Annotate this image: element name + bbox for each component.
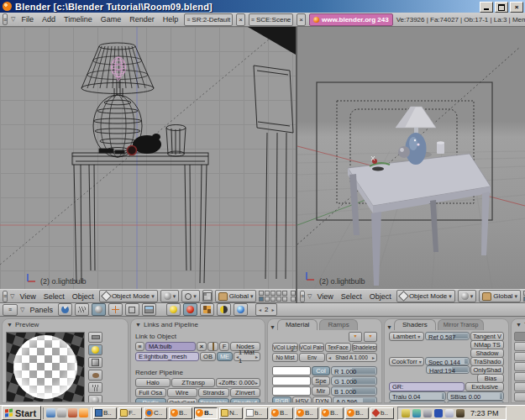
proportional-edit-button[interactable] (202, 290, 213, 302)
browse-icon[interactable]: ≡ (251, 17, 255, 23)
browse-icon[interactable]: ≡ (186, 17, 190, 23)
shad-a-slider[interactable]: ◂Shad A 1.000▸ (326, 353, 377, 362)
nmap-ts-toggle[interactable]: NMap TS (470, 340, 504, 349)
alpha-slider[interactable]: A 0.596 (333, 396, 377, 403)
panel-collapse-icon[interactable]: ▼ (7, 322, 13, 328)
tray-icon[interactable] (434, 409, 443, 417)
close-button[interactable]: × (510, 2, 523, 13)
preview-hair-button[interactable] (88, 382, 102, 393)
preview-cube-button[interactable] (88, 357, 102, 368)
editor-type-icon[interactable]: ≡ (3, 304, 18, 316)
tab-material[interactable]: Material (277, 319, 318, 330)
texture-slot[interactable] (514, 382, 525, 391)
onlyshad-toggle[interactable]: OnlyShad (470, 365, 504, 375)
scene-delete-button[interactable]: × (297, 13, 306, 26)
preview-monkey-button[interactable] (88, 370, 102, 381)
amb-slider[interactable]: Amb 0.500 (389, 401, 446, 403)
copy-material-button[interactable]: ▾ (349, 332, 362, 342)
screen-selector[interactable]: ≡ SR:2-Default (184, 13, 233, 26)
hsv-button[interactable]: HSV (292, 396, 312, 403)
mir-button[interactable]: Mir (312, 386, 330, 396)
material-browse-button[interactable]: ≡ (135, 342, 144, 351)
material-index-field[interactable]: ◂ 2 ▸ (255, 303, 277, 316)
task-button[interactable]: C.. (144, 407, 167, 419)
logic-context-button[interactable] (58, 303, 72, 316)
b-slider[interactable]: B 1.000 (331, 386, 377, 396)
spe-button[interactable]: Spe (312, 376, 330, 386)
start-button[interactable]: Start (2, 406, 41, 420)
menu-timeline[interactable]: Timeline (61, 15, 95, 24)
material-slot-field[interactable]: ◂1 Mat 1▸ (234, 352, 260, 361)
texture-slot[interactable] (514, 372, 525, 381)
panel-collapse-icon[interactable]: ▼ (270, 324, 276, 330)
layer-1[interactable] (259, 291, 264, 296)
tralu-slider[interactable]: Tralu 0.04 (389, 391, 446, 401)
3d-viewport-right[interactable]: (2) o.lightbulb (297, 27, 525, 289)
texture-slot[interactable] (514, 392, 525, 402)
shading-context-button[interactable] (92, 303, 106, 316)
me-button[interactable]: ME (217, 352, 233, 361)
onlycast-toggle[interactable]: OnlyCast (167, 398, 198, 403)
script-context-button[interactable] (75, 303, 89, 316)
no-mist-toggle[interactable]: No Mist (272, 353, 298, 362)
tab-ramps[interactable]: Ramps (319, 319, 357, 330)
texture-slot[interactable] (514, 332, 525, 341)
texture-slot[interactable] (514, 402, 525, 403)
tray-icon[interactable] (423, 409, 432, 417)
task-button[interactable]: b.. (244, 407, 268, 419)
transform-orientation-dropdown[interactable]: Global ▾ (479, 290, 521, 302)
lamp-subcontext-button[interactable] (166, 303, 181, 316)
minimize-button[interactable] (480, 2, 493, 13)
title-bar[interactable]: Blender [c:\Blender Tutorial\Room09.blen… (0, 0, 525, 13)
menu-select[interactable]: Select (41, 292, 67, 301)
ref-slider[interactable]: Ref 0.587 (425, 332, 470, 340)
task-button[interactable]: B.. (295, 407, 318, 419)
task-button[interactable]: B.. (270, 407, 293, 419)
draw-type-dropdown[interactable]: ▾ (160, 290, 180, 302)
preview-flat-button[interactable] (88, 332, 102, 343)
trashado-toggle[interactable]: TraShado (470, 357, 504, 366)
dyn-button[interactable]: DYN (312, 396, 332, 403)
shadeless-toggle[interactable]: Shadeless (352, 343, 378, 352)
menu-add[interactable]: Add (39, 15, 58, 24)
task-button-active[interactable]: B.. (194, 407, 218, 419)
sbias-slider[interactable]: SBias 0.00 (447, 391, 504, 401)
scene-context-button[interactable] (142, 303, 156, 316)
texture-slot[interactable] (514, 362, 525, 371)
vcol-light-toggle[interactable]: VCol Light (272, 343, 298, 352)
scene-selector[interactable]: ≡ SCE:Scene (249, 13, 293, 26)
camera-tray-icon[interactable] (456, 409, 465, 417)
preview-sky-button[interactable] (88, 395, 102, 403)
specular-color-swatch[interactable] (272, 376, 311, 386)
draw-type-dropdown[interactable]: ▾ (458, 290, 477, 302)
menu-view[interactable]: View (314, 292, 335, 301)
tray-icon[interactable] (445, 409, 454, 417)
mirror-color-swatch[interactable] (272, 386, 311, 396)
task-button[interactable]: B.. (169, 407, 192, 419)
texface-toggle[interactable]: TexFace (325, 343, 351, 352)
task-button[interactable]: B.. (93, 407, 117, 419)
mesh-name-field[interactable]: E:lightbulb_mesh (135, 352, 199, 361)
blender-org-link[interactable]: www.blender.org 243 (309, 13, 393, 26)
viewport-divider[interactable] (296, 27, 297, 303)
wire-toggle[interactable]: Wire (167, 388, 198, 397)
g-slider[interactable]: G 1.000 (331, 376, 377, 386)
header-collapse-icon[interactable]: ▽ (10, 293, 14, 300)
diffuse-color-swatch[interactable] (272, 366, 311, 375)
exclusive-toggle[interactable]: Exclusive (465, 382, 504, 391)
diffuse-shader-dropdown[interactable]: Lambert ▾ (389, 332, 424, 341)
volume-icon[interactable] (402, 409, 410, 417)
specular-shader-dropdown[interactable]: CookTorr ▾ (389, 357, 424, 366)
col-button[interactable]: Col (312, 366, 330, 375)
mode-dropdown[interactable]: Object Mode ▾ (396, 290, 455, 302)
quick-launch-icon[interactable] (46, 408, 55, 417)
radiosity-subcontext-button[interactable] (217, 303, 231, 316)
screen-delete-button[interactable]: × (236, 13, 245, 26)
world-subcontext-button[interactable] (234, 303, 248, 316)
task-button[interactable]: b.. (370, 407, 394, 419)
texture-slot[interactable] (514, 352, 525, 361)
menu-file[interactable]: File (18, 15, 36, 24)
menu-select[interactable]: Select (339, 292, 365, 301)
spec-slider[interactable]: Spec 0.144 (425, 357, 470, 365)
layer-6-active[interactable] (259, 297, 264, 302)
